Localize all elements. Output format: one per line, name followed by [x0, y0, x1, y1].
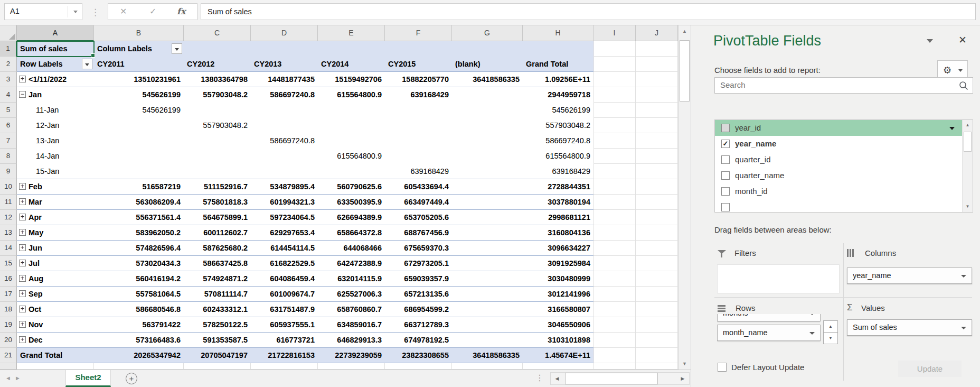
- row-header-3[interactable]: 3: [0, 72, 17, 87]
- expand-icon[interactable]: +: [19, 275, 26, 282]
- column-label-header[interactable]: CY2014: [318, 57, 385, 72]
- value-cell[interactable]: 616822529.5: [251, 256, 318, 271]
- value-cell[interactable]: 3166580807: [523, 302, 593, 317]
- value-cell[interactable]: 560416194.2: [94, 271, 184, 287]
- value-cell[interactable]: 625527006.3: [318, 287, 385, 302]
- value-cell[interactable]: [184, 133, 251, 149]
- value-cell[interactable]: [452, 302, 523, 317]
- grid-cell[interactable]: [636, 179, 678, 195]
- value-cell[interactable]: 3160804136: [523, 225, 593, 241]
- grid-cell[interactable]: [636, 57, 678, 72]
- grid-cell[interactable]: [593, 271, 636, 287]
- value-cell[interactable]: 632014115.9: [318, 271, 385, 287]
- row-label-cell[interactable]: +Oct: [17, 302, 94, 317]
- row-label-cell[interactable]: −Jan: [17, 87, 94, 103]
- value-cell[interactable]: 604086459.4: [251, 271, 318, 287]
- value-cell[interactable]: [452, 164, 523, 179]
- value-cell[interactable]: [452, 103, 523, 118]
- value-cell[interactable]: 639168429: [385, 87, 452, 103]
- sheet-nav-left-icon[interactable]: ◄: [5, 375, 11, 381]
- grid-cell[interactable]: [94, 363, 184, 370]
- row-header-19[interactable]: 19: [0, 317, 17, 333]
- panel-options-chevron-icon[interactable]: [927, 39, 933, 43]
- pill-dropdown-icon[interactable]: [809, 314, 815, 315]
- grid-cell[interactable]: [636, 133, 678, 149]
- value-cell[interactable]: [184, 164, 251, 179]
- grid-cell[interactable]: [318, 363, 385, 370]
- columns-pill[interactable]: year_name: [847, 268, 972, 284]
- value-cell[interactable]: [251, 103, 318, 118]
- vertical-scrollbar[interactable]: ▲ ▼: [678, 25, 691, 370]
- column-header-B[interactable]: B: [94, 25, 184, 41]
- value-cell[interactable]: 658760860.7: [318, 302, 385, 317]
- scroll-left-icon[interactable]: ◀: [551, 373, 563, 384]
- grid-cell[interactable]: [318, 41, 385, 57]
- value-cell[interactable]: 615564800.9: [523, 149, 593, 164]
- grid-cell[interactable]: [593, 72, 636, 87]
- value-cell[interactable]: [452, 87, 523, 103]
- value-cell[interactable]: 663712789.3: [385, 317, 452, 333]
- expand-icon[interactable]: +: [19, 229, 26, 236]
- value-cell[interactable]: 545626199: [523, 103, 593, 118]
- field-checkbox[interactable]: [721, 124, 730, 132]
- value-cell[interactable]: 23823308655: [385, 348, 452, 363]
- value-cell[interactable]: 639168429: [523, 164, 593, 179]
- filters-drop-zone[interactable]: [717, 264, 840, 293]
- value-cell[interactable]: 573166483.6: [94, 333, 184, 348]
- grid-cell[interactable]: [593, 287, 636, 302]
- value-cell[interactable]: 631751487.9: [251, 302, 318, 317]
- grid-cell[interactable]: [593, 302, 636, 317]
- columns-drop-zone[interactable]: year_name: [847, 268, 972, 293]
- value-cell[interactable]: 575801818.3: [184, 195, 251, 210]
- value-cell[interactable]: 578250122.5: [184, 317, 251, 333]
- field-item-year_id[interactable]: year_id: [715, 120, 973, 136]
- value-cell[interactable]: [452, 118, 523, 133]
- row-header-22[interactable]: [0, 363, 17, 370]
- vertical-scroll-thumb[interactable]: [680, 40, 690, 102]
- expand-icon[interactable]: +: [19, 198, 26, 205]
- scroll-up-icon[interactable]: ▲: [963, 120, 973, 131]
- value-cell[interactable]: 675659370.3: [385, 241, 452, 256]
- value-cell[interactable]: 644068466: [318, 241, 385, 256]
- row-label-cell[interactable]: 12-Jan: [17, 118, 94, 133]
- value-cell[interactable]: [452, 256, 523, 271]
- value-cell[interactable]: 1.45674E+11: [523, 348, 593, 363]
- scroll-right-icon[interactable]: ▶: [676, 373, 689, 384]
- value-cell[interactable]: 639168429: [385, 164, 452, 179]
- value-cell[interactable]: [94, 164, 184, 179]
- expand-icon[interactable]: +: [19, 260, 26, 266]
- field-item[interactable]: [715, 199, 973, 213]
- value-cell[interactable]: 557581064.5: [94, 287, 184, 302]
- field-checkbox[interactable]: [721, 187, 730, 196]
- value-cell[interactable]: [94, 149, 184, 164]
- value-cell[interactable]: 563086209.4: [94, 195, 184, 210]
- value-cell[interactable]: [251, 149, 318, 164]
- row-header-16[interactable]: 16: [0, 271, 17, 287]
- row-header-11[interactable]: 11: [0, 195, 17, 210]
- grid-cell[interactable]: [636, 348, 678, 363]
- value-cell[interactable]: 600112602.7: [184, 225, 251, 241]
- value-cell[interactable]: 633500395.9: [318, 195, 385, 210]
- value-cell[interactable]: [94, 133, 184, 149]
- value-cell[interactable]: [452, 133, 523, 149]
- scroll-down-icon[interactable]: ▼: [963, 201, 973, 212]
- value-cell[interactable]: 516587219: [94, 179, 184, 195]
- value-cell[interactable]: [184, 103, 251, 118]
- grid-cell[interactable]: [636, 41, 678, 57]
- row-header-9[interactable]: 9: [0, 164, 17, 179]
- column-label-header[interactable]: (blank): [452, 57, 523, 72]
- value-cell[interactable]: [385, 118, 452, 133]
- column-label-header[interactable]: CY2012: [184, 57, 251, 72]
- grid-cell[interactable]: [636, 271, 678, 287]
- cell-sum-of-sales[interactable]: Sum of sales: [17, 41, 94, 57]
- grid-cell[interactable]: [636, 87, 678, 103]
- value-cell[interactable]: 13510231961: [94, 72, 184, 87]
- row-header-10[interactable]: 10: [0, 179, 17, 195]
- value-cell[interactable]: [452, 241, 523, 256]
- value-cell[interactable]: 674978192.5: [385, 333, 452, 348]
- column-label-header[interactable]: CY2013: [251, 57, 318, 72]
- grid-cell[interactable]: [184, 363, 251, 370]
- grid-cell[interactable]: [593, 256, 636, 271]
- grid-cell[interactable]: [593, 41, 636, 57]
- horizontal-scroll-thumb[interactable]: [565, 373, 658, 384]
